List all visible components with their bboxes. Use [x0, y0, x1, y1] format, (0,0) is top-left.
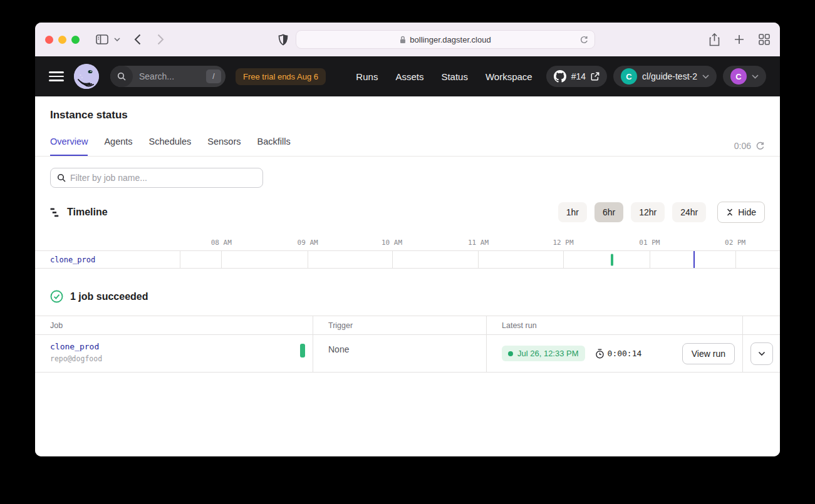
timeline-icon — [50, 207, 61, 218]
col-header-actions — [743, 316, 780, 334]
latest-run-cell: Jul 26, 12:33 PM 0:00:14 View run — [487, 335, 743, 372]
tabs-bar: Overview Agents Schedules Sensors Backfi… — [35, 136, 780, 157]
job-repo-label: repo@dogfood — [50, 354, 313, 363]
actions-cell — [743, 335, 780, 372]
run-success-dot — [508, 351, 513, 356]
axis-tick: 08 AM — [211, 239, 232, 247]
chevron-down-icon — [752, 75, 759, 79]
range-6hr-button[interactable]: 6hr — [594, 202, 623, 222]
gridline — [221, 251, 222, 268]
jobs-table: Job Trigger Latest run clone_prod repo@d… — [35, 316, 780, 373]
view-run-button[interactable]: View run — [682, 343, 735, 364]
job-cell: clone_prod repo@dogfood — [35, 335, 313, 372]
browser-toolbar: bollinger.dagster.cloud — [35, 23, 780, 56]
job-filter — [50, 168, 263, 188]
reload-icon[interactable] — [579, 35, 589, 45]
close-window-button[interactable] — [45, 36, 53, 44]
table-row: clone_prod repo@dogfood None Jul 26, 12:… — [35, 335, 780, 373]
tab-overview[interactable]: Overview — [50, 136, 88, 156]
job-status-bar[interactable] — [300, 344, 305, 357]
timeline-job-label[interactable]: clone_prod — [50, 255, 95, 264]
gridline — [478, 251, 479, 268]
tab-schedules[interactable]: Schedules — [149, 136, 192, 156]
sidebar-toggle-icon[interactable] — [96, 34, 108, 44]
stopwatch-icon — [595, 349, 605, 359]
nav-runs[interactable]: Runs — [356, 71, 378, 82]
github-icon — [554, 70, 566, 83]
app-header: Search... / Free trial ends Aug 6 Runs A… — [35, 56, 780, 96]
timeline-header: Timeline 1hr 6hr 12hr 24hr Hide — [50, 202, 765, 223]
gridline — [308, 251, 308, 268]
chevron-down-icon — [758, 351, 766, 356]
hide-timeline-button[interactable]: Hide — [717, 202, 765, 223]
forward-button-icon[interactable] — [157, 34, 164, 45]
deployment-avatar: C — [621, 68, 637, 85]
refresh-countdown: 0:06 — [734, 141, 751, 151]
range-24hr-button[interactable]: 24hr — [672, 202, 706, 222]
run-success-marker[interactable] — [611, 254, 613, 265]
url-text: bollinger.dagster.cloud — [410, 35, 491, 44]
chevron-down-icon — [702, 75, 709, 79]
col-header-trigger: Trigger — [313, 316, 487, 334]
range-12hr-button[interactable]: 12hr — [631, 202, 665, 222]
table-header-row: Job Trigger Latest run — [35, 316, 780, 335]
axis-tick: 11 AM — [468, 239, 489, 247]
timeline-chart: 08 AM 09 AM 10 AM 11 AM 12 PM 01 PM 02 P… — [35, 230, 780, 269]
trigger-cell: None — [313, 335, 487, 372]
summary-text: 1 job succeeded — [70, 291, 148, 302]
share-icon[interactable] — [709, 33, 720, 46]
search-shortcut-key: / — [206, 69, 221, 83]
axis-tick: 09 AM — [298, 239, 318, 247]
axis-tick: 12 PM — [553, 239, 573, 247]
row-menu-button[interactable] — [750, 342, 773, 365]
minimize-window-button[interactable] — [58, 36, 66, 44]
timeline-axis: 08 AM 09 AM 10 AM 11 AM 12 PM 01 PM 02 P… — [35, 230, 780, 250]
nav-assets[interactable]: Assets — [395, 71, 423, 82]
dagster-logo[interactable] — [74, 64, 99, 89]
github-ref-label: #14 — [571, 71, 586, 81]
nav-workspace[interactable]: Workspace — [485, 71, 532, 82]
col-header-job: Job — [35, 316, 313, 334]
col-header-latest-run: Latest run — [487, 316, 743, 334]
tab-overview-icon[interactable] — [759, 34, 770, 45]
address-bar[interactable]: bollinger.dagster.cloud — [296, 30, 595, 49]
job-name-link[interactable]: clone_prod — [50, 342, 313, 351]
axis-tick: 02 PM — [725, 239, 745, 247]
deployment-switcher[interactable]: C cl/guide-test-2 — [613, 66, 717, 87]
hamburger-menu-icon[interactable] — [49, 71, 64, 81]
tab-agents[interactable]: Agents — [104, 136, 132, 156]
global-search-input[interactable]: Search... / — [110, 66, 226, 87]
gridline — [650, 251, 650, 268]
jobs-summary: 1 job succeeded — [50, 290, 765, 303]
traffic-lights — [45, 36, 80, 44]
back-button-icon[interactable] — [134, 34, 141, 45]
run-timestamp-tag[interactable]: Jul 26, 12:33 PM — [502, 346, 585, 361]
page-title: Instance status — [35, 96, 780, 121]
nav-status[interactable]: Status — [441, 71, 468, 82]
tab-sensors[interactable]: Sensors — [207, 136, 241, 156]
gridline — [735, 251, 736, 268]
collapse-icon — [726, 208, 734, 216]
timeline-job-row: clone_prod — [35, 250, 780, 269]
gridline — [392, 251, 393, 268]
user-menu[interactable]: C — [723, 66, 766, 87]
tab-backfills[interactable]: Backfills — [257, 136, 291, 156]
axis-tick: 01 PM — [639, 239, 660, 247]
new-tab-icon[interactable] — [734, 34, 744, 44]
range-1hr-button[interactable]: 1hr — [558, 202, 587, 222]
privacy-shield-icon[interactable] — [278, 34, 288, 46]
search-icon — [110, 66, 133, 87]
trial-badge: Free trial ends Aug 6 — [236, 68, 326, 85]
zoom-window-button[interactable] — [71, 36, 80, 44]
browser-window: bollinger.dagster.cloud — [35, 23, 780, 456]
timeline-title: Timeline — [67, 207, 108, 218]
refresh-icon[interactable] — [755, 141, 765, 151]
gridline — [563, 251, 564, 268]
axis-tick: 10 AM — [382, 239, 402, 247]
job-filter-input[interactable] — [70, 173, 256, 183]
success-check-icon — [50, 290, 63, 303]
external-link-icon — [591, 72, 600, 81]
github-version-pill[interactable]: #14 — [546, 66, 607, 87]
sidebar-chevron-icon[interactable] — [114, 38, 120, 41]
gridline — [180, 251, 180, 268]
